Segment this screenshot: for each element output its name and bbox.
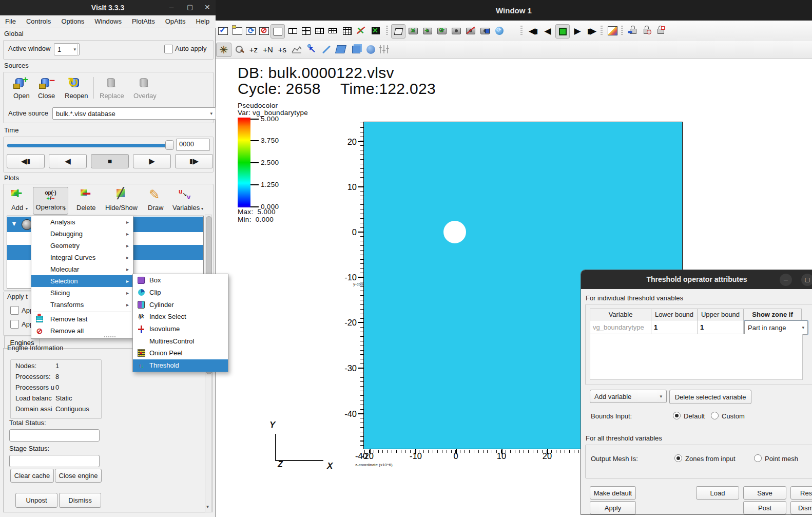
- menu-item-geometry[interactable]: Geometry▸: [31, 240, 133, 252]
- submenu-item-cylinder[interactable]: Cylinder: [133, 298, 228, 311]
- reopen-button[interactable]: ↻ Reopen: [64, 77, 90, 102]
- submenu-item-threshold[interactable]: ↑↓Threshold: [133, 359, 228, 372]
- menu-plotatts[interactable]: PlotAtts: [127, 18, 160, 26]
- menu-item-molecular[interactable]: Molecular▸: [31, 263, 133, 275]
- spreadsheet-icon[interactable]: [606, 24, 619, 37]
- variables-button[interactable]: u ↘ v Variables ▾: [171, 188, 203, 213]
- prev-frame-icon[interactable]: ◀▮: [527, 24, 540, 37]
- add-variable-button[interactable]: Add variable▾: [590, 390, 667, 403]
- next-timestep-button[interactable]: ▮▶: [175, 154, 213, 168]
- cell-lower-bound[interactable]: 1: [651, 320, 698, 334]
- viewer-titlebar[interactable]: Window 1: [216, 0, 812, 21]
- post-button[interactable]: Post: [743, 501, 786, 514]
- layout-2x4-icon[interactable]: [326, 24, 339, 37]
- plane-tool-icon[interactable]: [334, 43, 347, 56]
- lock-view-icon[interactable]: [626, 23, 640, 36]
- expand-triangle-icon[interactable]: ▼: [11, 220, 17, 227]
- prev-timestep-button[interactable]: ◀▮: [7, 154, 45, 168]
- hide-show-button[interactable]: ╱ Hide/Show: [105, 188, 140, 213]
- menu-opatts[interactable]: OpAtts: [160, 18, 191, 26]
- apply-selection-checkbox[interactable]: [10, 320, 19, 329]
- menu-item-selection[interactable]: Selection▸: [31, 275, 133, 287]
- dialog-minimize-icon[interactable]: –: [780, 274, 792, 286]
- bounds-custom-radio[interactable]: [711, 412, 719, 419]
- save-button[interactable]: Save: [743, 486, 786, 500]
- submenu-item-clip[interactable]: Clip: [133, 286, 228, 299]
- total-status-field[interactable]: [9, 429, 100, 442]
- load-button[interactable]: Load: [696, 486, 739, 500]
- menu-controls[interactable]: Controls: [21, 18, 56, 26]
- unpost-button[interactable]: Unpost: [15, 493, 57, 508]
- bbox-navigate-icon[interactable]: ✕: [369, 24, 382, 37]
- submenu-item-multirescontrol[interactable]: MultiresControl: [133, 335, 228, 347]
- menu-file[interactable]: File: [0, 18, 21, 26]
- close-icon[interactable]: ✕: [204, 3, 210, 11]
- navigate-mode-icon[interactable]: ✳: [216, 43, 231, 57]
- menu-item-remove-last[interactable]: Remove last: [31, 313, 133, 325]
- maximize-icon[interactable]: ▢: [187, 3, 193, 11]
- add-plot-button[interactable]: + Add ▾: [8, 188, 31, 213]
- zoom-n-icon[interactable]: +N: [261, 43, 275, 56]
- reverse-play-icon[interactable]: ◀: [541, 24, 554, 37]
- delete-plot-button[interactable]: − Delete: [74, 188, 101, 213]
- play-icon[interactable]: ▶: [571, 24, 584, 37]
- layout-1x1-icon[interactable]: [270, 24, 285, 39]
- perspective-icon[interactable]: [391, 24, 405, 39]
- close-engine-button[interactable]: Close engine: [55, 469, 102, 483]
- layout-3x3-icon[interactable]: [340, 24, 354, 37]
- box-tool-icon[interactable]: [350, 43, 363, 56]
- cell-upper-bound[interactable]: 1: [697, 320, 744, 334]
- reset-button[interactable]: Reset: [790, 486, 812, 500]
- active-window-check-icon[interactable]: ✓: [216, 24, 229, 37]
- line-tool-icon[interactable]: [320, 43, 333, 56]
- save-camera-icon[interactable]: [478, 24, 492, 37]
- time-slider-track[interactable]: [7, 144, 171, 147]
- submenu-item-onion-peel[interactable]: Onion Peel: [133, 347, 228, 359]
- menu-help[interactable]: Help: [190, 18, 215, 26]
- operators-button[interactable]: op(·) +/− Operators ▾: [33, 187, 68, 215]
- col-header-lower[interactable]: Lower bound: [651, 309, 698, 320]
- sphere-tool-icon[interactable]: [364, 43, 377, 56]
- show-zone-if-combo[interactable]: Part in range▾: [744, 320, 808, 335]
- stop-icon[interactable]: [555, 24, 570, 39]
- cell-variable[interactable]: vg_boundarytype: [590, 320, 651, 334]
- menu-item-integral-curves[interactable]: Integral Curves▸: [31, 252, 133, 263]
- lineout-mode-icon[interactable]: [290, 43, 303, 56]
- reverse-play-button[interactable]: ◀: [49, 154, 87, 168]
- spin-mode-icon[interactable]: ✕: [355, 24, 368, 37]
- submenu-item-index-select[interactable]: ijkIndex Select: [133, 311, 228, 323]
- threshold-titlebar[interactable]: Threshold operator attributes – ▢: [581, 270, 812, 289]
- visit-titlebar[interactable]: VisIt 3.3.3 – ▢ ✕: [0, 0, 216, 15]
- layout-2x3-icon[interactable]: [313, 24, 326, 37]
- layout-1x2-icon[interactable]: [286, 24, 299, 37]
- zoom-s-icon[interactable]: +s: [276, 43, 289, 56]
- replace-button[interactable]: ↓ Replace: [100, 77, 126, 102]
- lock-tools-icon[interactable]: [654, 23, 667, 36]
- make-default-button[interactable]: Make default: [590, 486, 636, 500]
- active-window-combo[interactable]: 1▾: [54, 43, 80, 55]
- undo-view-icon[interactable]: ⟳: [435, 24, 449, 37]
- time-field[interactable]: 0000: [176, 139, 210, 151]
- apply-button[interactable]: Apply: [590, 501, 636, 514]
- overlay-button[interactable]: ↓ Overlay: [132, 77, 159, 102]
- camera-icon[interactable]: [450, 24, 463, 37]
- menu-item-debugging[interactable]: Debugging▸: [31, 228, 133, 240]
- zones-from-input-radio[interactable]: [674, 454, 682, 462]
- minimize-icon[interactable]: –: [169, 3, 173, 11]
- time-slider-handle[interactable]: [165, 140, 174, 150]
- menu-options[interactable]: Options: [56, 18, 89, 26]
- auto-apply-checkbox[interactable]: [164, 45, 173, 53]
- zoom-z-icon[interactable]: +z: [247, 43, 260, 56]
- active-source-combo[interactable]: bulk.*.vlsv database▾: [52, 107, 216, 120]
- apply-operators-checkbox[interactable]: [10, 306, 19, 315]
- recenter-view-icon[interactable]: +: [421, 24, 434, 37]
- delete-selected-variable-button[interactable]: Delete selected variable: [669, 390, 751, 404]
- play-button[interactable]: ▶: [133, 154, 171, 168]
- next-frame-icon[interactable]: ▮▶: [585, 24, 598, 37]
- pick-mode-icon[interactable]: ↖: [305, 43, 319, 56]
- dialog-dismiss-button[interactable]: Dismiss: [790, 501, 812, 514]
- close-button[interactable]: − Close: [37, 77, 60, 102]
- menu-item-analysis[interactable]: Analysis▸: [31, 216, 133, 228]
- col-header-variable[interactable]: Variable: [590, 309, 651, 320]
- dismiss-button[interactable]: Dismiss: [59, 493, 101, 508]
